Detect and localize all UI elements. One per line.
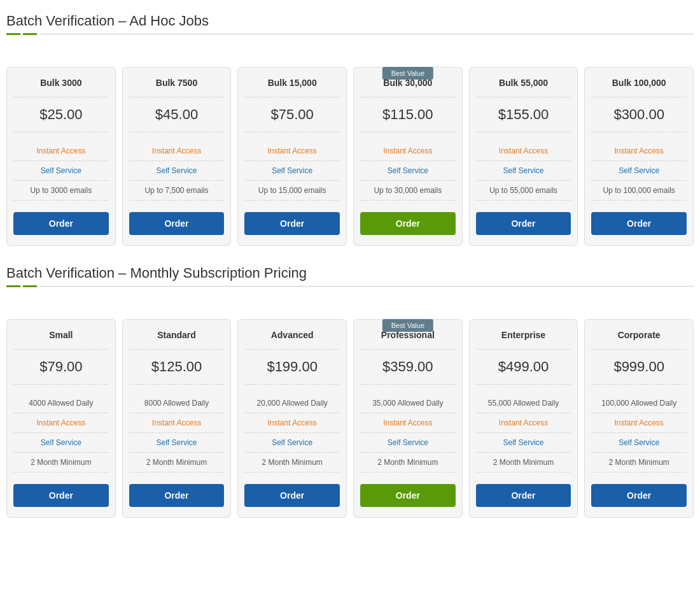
adhoc-card-3: Bulk 30,000 $115.00 Instant Access Self … [353, 67, 463, 246]
card-self-service-monthly-1: Self Service [129, 433, 225, 453]
card-title-monthly-2: Advanced [244, 330, 340, 350]
card-title-adhoc-2: Bulk 15,000 [244, 78, 340, 97]
order-button-adhoc-2[interactable]: Order [244, 212, 340, 235]
card-self-service-monthly-4: Self Service [476, 433, 571, 453]
divider-green-1 [6, 33, 20, 35]
card-emails-adhoc-5: Up to 100,000 emails [591, 181, 687, 201]
card-minimum-monthly-1: 2 Month Minimum [129, 453, 225, 473]
adhoc-title: Batch Verification – Ad Hoc Jobs [6, 13, 694, 29]
adhoc-card-wrapper-0: Bulk 3000 $25.00 Instant Access Self Ser… [6, 67, 116, 246]
order-button-adhoc-1[interactable]: Order [129, 212, 225, 235]
monthly-card-wrapper-2: Advanced $199.00 20,000 Allowed Daily In… [237, 319, 347, 518]
card-instant-access-monthly-2: Instant Access [244, 413, 340, 433]
card-instant-access-adhoc-2: Instant Access [244, 141, 340, 161]
card-title-monthly-4: Enterprise [476, 330, 571, 350]
monthly-section: Batch Verification – Monthly Subscriptio… [6, 265, 694, 518]
card-instant-access-monthly-5: Instant Access [591, 413, 687, 433]
card-price-monthly-0: $79.00 [13, 359, 109, 385]
order-button-adhoc-4[interactable]: Order [476, 212, 571, 235]
order-button-monthly-3[interactable]: Order [360, 484, 456, 507]
card-allowed-daily-monthly-3: 35,000 Allowed Daily [360, 394, 456, 413]
order-button-adhoc-0[interactable]: Order [13, 212, 109, 235]
order-button-adhoc-3[interactable]: Order [360, 212, 456, 235]
adhoc-card-5: Bulk 100,000 $300.00 Instant Access Self… [584, 67, 694, 246]
card-self-service-adhoc-4: Self Service [476, 161, 571, 181]
card-emails-adhoc-2: Up to 15,000 emails [244, 181, 340, 201]
monthly-title: Batch Verification – Monthly Subscriptio… [6, 265, 694, 281]
monthly-card-5: Corporate $999.00 100,000 Allowed Daily … [584, 319, 694, 518]
card-minimum-monthly-5: 2 Month Minimum [591, 453, 687, 473]
card-title-adhoc-5: Bulk 100,000 [591, 78, 687, 97]
card-minimum-monthly-0: 2 Month Minimum [13, 453, 109, 473]
card-title-monthly-1: Standard [129, 330, 225, 350]
monthly-card-4: Enterprise $499.00 55,000 Allowed Daily … [469, 319, 578, 518]
card-title-adhoc-1: Bulk 7500 [129, 78, 225, 97]
card-minimum-monthly-4: 2 Month Minimum [476, 453, 571, 473]
order-button-monthly-4[interactable]: Order [476, 484, 571, 507]
card-allowed-daily-monthly-2: 20,000 Allowed Daily [244, 394, 340, 413]
monthly-card-wrapper-0: Small $79.00 4000 Allowed Daily Instant … [6, 319, 116, 518]
monthly-card-2: Advanced $199.00 20,000 Allowed Daily In… [237, 319, 347, 518]
monthly-card-0: Small $79.00 4000 Allowed Daily Instant … [6, 319, 116, 518]
card-price-monthly-3: $359.00 [360, 359, 456, 385]
card-self-service-adhoc-1: Self Service [129, 161, 225, 181]
monthly-cards-grid: Small $79.00 4000 Allowed Daily Instant … [6, 300, 694, 518]
order-button-adhoc-5[interactable]: Order [591, 212, 687, 235]
card-price-adhoc-3: $115.00 [360, 106, 456, 132]
card-emails-adhoc-0: Up to 3000 emails [13, 181, 109, 201]
adhoc-card-1: Bulk 7500 $45.00 Instant Access Self Ser… [122, 67, 232, 246]
divider-green-2 [23, 33, 37, 35]
adhoc-card-wrapper-5: Bulk 100,000 $300.00 Instant Access Self… [584, 67, 694, 246]
card-title-adhoc-3: Bulk 30,000 [360, 78, 456, 97]
adhoc-cards-wrapper: Bulk 3000 $25.00 Instant Access Self Ser… [6, 48, 694, 246]
card-title-monthly-3: Professional [360, 330, 456, 350]
adhoc-card-wrapper-4: Bulk 55,000 $155.00 Instant Access Self … [469, 67, 578, 246]
order-button-monthly-2[interactable]: Order [244, 484, 340, 507]
card-price-monthly-1: $125.00 [129, 359, 225, 385]
adhoc-card-wrapper-3: Best Value Bulk 30,000 $115.00 Instant A… [353, 67, 463, 246]
divider-green-3 [6, 285, 20, 287]
adhoc-card-0: Bulk 3000 $25.00 Instant Access Self Ser… [6, 67, 116, 246]
monthly-card-1: Standard $125.00 8000 Allowed Daily Inst… [122, 319, 232, 518]
card-self-service-monthly-3: Self Service [360, 433, 456, 453]
card-price-adhoc-2: $75.00 [244, 106, 340, 132]
card-allowed-daily-monthly-0: 4000 Allowed Daily [13, 394, 109, 413]
card-price-adhoc-1: $45.00 [129, 106, 225, 132]
card-self-service-monthly-5: Self Service [591, 433, 687, 453]
card-title-adhoc-4: Bulk 55,000 [476, 78, 571, 97]
adhoc-section: Batch Verification – Ad Hoc Jobs Bulk 30… [6, 13, 694, 246]
order-button-monthly-0[interactable]: Order [13, 484, 109, 507]
card-self-service-adhoc-5: Self Service [591, 161, 687, 181]
divider-line [39, 34, 694, 34]
order-button-monthly-5[interactable]: Order [591, 484, 687, 507]
monthly-card-wrapper-3: Best Value Professional $359.00 35,000 A… [353, 319, 463, 518]
card-instant-access-adhoc-3: Instant Access [360, 141, 456, 161]
best-value-badge-adhoc: Best Value [382, 67, 433, 80]
order-button-monthly-1[interactable]: Order [129, 484, 225, 507]
card-instant-access-adhoc-5: Instant Access [591, 141, 687, 161]
monthly-card-wrapper-1: Standard $125.00 8000 Allowed Daily Inst… [122, 319, 232, 518]
card-title-monthly-5: Corporate [591, 330, 687, 350]
card-price-monthly-4: $499.00 [476, 359, 571, 385]
monthly-card-wrapper-4: Enterprise $499.00 55,000 Allowed Daily … [469, 319, 578, 518]
divider-green-4 [23, 285, 37, 287]
card-minimum-monthly-2: 2 Month Minimum [244, 453, 340, 473]
adhoc-cards-grid: Bulk 3000 $25.00 Instant Access Self Ser… [6, 48, 694, 246]
card-price-adhoc-5: $300.00 [591, 106, 687, 132]
card-self-service-adhoc-0: Self Service [13, 161, 109, 181]
monthly-divider [6, 285, 694, 287]
card-instant-access-monthly-0: Instant Access [13, 413, 109, 433]
card-instant-access-adhoc-4: Instant Access [476, 141, 571, 161]
card-price-adhoc-4: $155.00 [476, 106, 571, 132]
card-self-service-adhoc-3: Self Service [360, 161, 456, 181]
card-instant-access-monthly-1: Instant Access [129, 413, 225, 433]
adhoc-card-4: Bulk 55,000 $155.00 Instant Access Self … [469, 67, 578, 246]
card-emails-adhoc-1: Up to 7,500 emails [129, 181, 225, 201]
card-self-service-monthly-0: Self Service [13, 433, 109, 453]
card-instant-access-adhoc-0: Instant Access [13, 141, 109, 161]
card-emails-adhoc-4: Up to 55,000 emails [476, 181, 571, 201]
card-self-service-adhoc-2: Self Service [244, 161, 340, 181]
best-value-badge-monthly: Best Value [382, 319, 433, 332]
adhoc-card-wrapper-2: Bulk 15,000 $75.00 Instant Access Self S… [237, 67, 347, 246]
card-allowed-daily-monthly-1: 8000 Allowed Daily [129, 394, 225, 413]
